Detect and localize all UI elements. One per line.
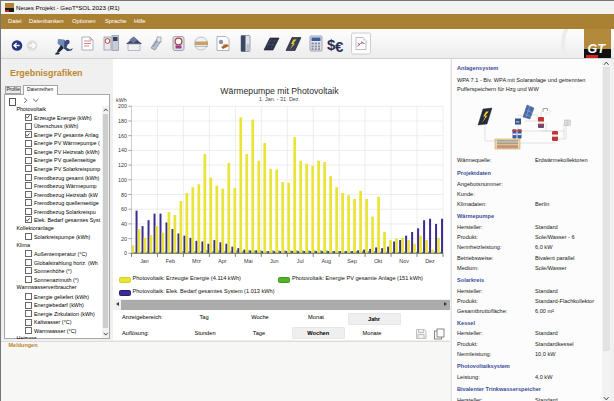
svg-text:0: 0 [124, 250, 127, 256]
svg-text:Mrz: Mrz [192, 258, 201, 264]
svg-text:120: 120 [118, 162, 127, 168]
svg-text:Sep: Sep [347, 258, 357, 264]
svg-text:40: 40 [121, 221, 127, 227]
svg-text:180: 180 [118, 118, 127, 124]
svg-text:140: 140 [118, 147, 127, 153]
svg-text:Jul: Jul [297, 258, 304, 264]
svg-text:kWh: kWh [116, 97, 127, 103]
svg-text:60: 60 [121, 206, 127, 212]
svg-text:Dez: Dez [425, 258, 435, 264]
svg-text:Okt: Okt [374, 258, 383, 264]
svg-text:Jun: Jun [270, 258, 279, 264]
svg-text:Feb: Feb [166, 258, 175, 264]
svg-text:80: 80 [121, 192, 127, 198]
svg-text:Aug: Aug [321, 258, 331, 264]
svg-text:200: 200 [118, 103, 127, 109]
svg-text:20: 20 [121, 236, 127, 242]
svg-text:Mai: Mai [244, 258, 253, 264]
svg-text:160: 160 [118, 133, 127, 139]
svg-text:Nov: Nov [399, 258, 409, 264]
svg-text:100: 100 [118, 177, 127, 183]
svg-text:Jan: Jan [140, 258, 149, 264]
svg-text:Apr: Apr [218, 258, 227, 264]
